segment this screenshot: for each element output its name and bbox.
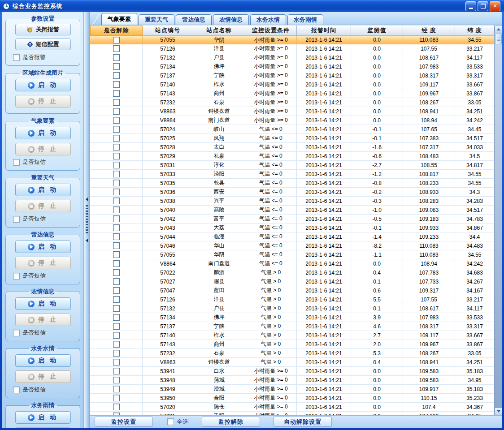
scroll-down-button[interactable] — [495, 408, 502, 415]
release-checkbox[interactable] — [113, 45, 120, 52]
release-checkbox[interactable] — [113, 180, 120, 186]
release-checkbox[interactable] — [113, 386, 120, 392]
sms-config-button[interactable]: 短信配置 — [15, 39, 71, 50]
table-row[interactable]: 57132户县小时雨量 >= 02013-1-6 14:210.0108.617… — [90, 53, 495, 62]
start-button-water-rain[interactable]: 启 动 — [15, 411, 71, 424]
column-header[interactable]: 经 度 — [403, 26, 455, 35]
table-row[interactable]: 57040高陵气温 <= 02013-1-6 14:21-1.0109.0833… — [90, 206, 495, 215]
column-header[interactable]: 监控设置条件 — [245, 26, 297, 35]
release-checkbox[interactable] — [113, 144, 120, 150]
table-row[interactable]: 53941白水小时雨量 >= 02013-1-6 14:210.0109.583… — [90, 367, 495, 376]
table-row[interactable]: 57024岐山气温 <= 02013-1-6 14:21-0.1107.6534… — [90, 125, 495, 134]
auto-release-setting-button[interactable]: 自动解除设置 — [274, 417, 332, 427]
table-row[interactable]: 57232石泉气温 > 02013-1-6 14:215.3108.26733.… — [90, 349, 495, 358]
table-row[interactable]: 57140柞水小时雨量 >= 02013-1-6 14:210.0109.117… — [90, 80, 495, 89]
sidebar-splitter[interactable] — [83, 12, 90, 428]
stop-button-weather-elements[interactable]: 停 止 — [15, 143, 71, 155]
scroll-up-button[interactable] — [495, 26, 502, 33]
table-row[interactable]: 57134佛坪气温 > 02013-1-6 14:213.9107.98333.… — [90, 313, 495, 322]
release-checkbox[interactable] — [113, 63, 120, 70]
stop-button-water-rain[interactable]: 停 止 — [15, 427, 71, 428]
table-row[interactable]: 57044临潼气温 <= 02013-1-6 14:21-1.4109.2333… — [90, 232, 495, 241]
table-row[interactable]: 57036西安气温 <= 02013-1-6 14:21-0.2108.9333… — [90, 188, 495, 197]
release-checkbox[interactable] — [113, 269, 120, 276]
release-checkbox[interactable] — [113, 90, 120, 97]
release-checkbox[interactable] — [113, 171, 120, 177]
release-checkbox[interactable] — [113, 251, 120, 258]
monitor-setting-button[interactable]: 监控设置 — [95, 417, 153, 427]
vertical-scrollbar[interactable] — [494, 26, 502, 415]
minimize-button[interactable] — [465, 1, 476, 11]
table-row[interactable]: 53950合阳小时雨量 >= 02013-1-6 14:210.0110.153… — [90, 394, 495, 403]
release-checkbox[interactable] — [113, 359, 120, 366]
release-checkbox[interactable] — [113, 126, 120, 133]
table-rows-viewport[interactable]: 57055华阴小时雨量 >= 02013-1-6 14:210.0110.083… — [90, 35, 495, 415]
table-row[interactable]: 57140柞水气温 > 02013-1-6 14:212.7109.11733.… — [90, 331, 495, 340]
stop-button-radar-info[interactable]: 停 止 — [15, 257, 71, 269]
release-checkbox[interactable] — [113, 206, 120, 213]
monitor-release-button[interactable]: 监控解除 — [202, 417, 260, 427]
start-button-severe-weather[interactable]: 启 动 — [15, 184, 71, 196]
params-sms-checkbox[interactable] — [13, 54, 20, 61]
release-checkbox[interactable] — [113, 81, 120, 88]
release-checkbox[interactable] — [113, 341, 120, 348]
release-checkbox[interactable] — [113, 117, 120, 124]
tab-water-level[interactable]: 水务水情 — [250, 14, 286, 25]
start-button-agriculture-info[interactable]: 启 动 — [15, 297, 71, 310]
table-row[interactable]: 57031淳化气温 <= 02013-1-6 14:21-2.7108.5534… — [90, 161, 495, 170]
table-row[interactable]: 57038兴平气温 <= 02013-1-6 14:21-0.3108.2833… — [90, 197, 495, 206]
release-checkbox[interactable] — [113, 37, 120, 43]
release-checkbox[interactable] — [113, 404, 120, 410]
water-level-sms-checkbox[interactable] — [13, 387, 20, 393]
table-row[interactable]: 57027眉县气温 > 02013-1-6 14:210.1107.73334.… — [90, 277, 495, 286]
start-button-weather-elements[interactable]: 启 动 — [15, 127, 71, 139]
table-row[interactable]: 57028太白气温 <= 02013-1-6 14:21-1.6107.3173… — [90, 143, 495, 152]
tab-radar-info[interactable]: 雷达信息 — [176, 14, 212, 25]
collapse-left-icon[interactable] — [86, 198, 88, 201]
table-row[interactable]: 57020陈仓小时雨量 >= 02013-1-6 14:210.0107.434… — [90, 403, 495, 412]
release-checkbox[interactable] — [113, 135, 120, 142]
release-checkbox[interactable] — [113, 99, 120, 106]
column-header[interactable]: 站点名称 — [193, 26, 245, 35]
start-button-radar-info[interactable]: 启 动 — [15, 241, 71, 253]
release-checkbox[interactable] — [113, 189, 120, 195]
table-row[interactable]: 53948蒲城小时雨量 >= 02013-1-6 14:210.0109.583… — [90, 376, 495, 385]
table-row[interactable]: 57143商州小时雨量 >= 02013-1-6 14:210.0109.967… — [90, 89, 495, 98]
agriculture-info-sms-checkbox[interactable] — [13, 330, 20, 336]
release-checkbox[interactable] — [113, 395, 120, 401]
scrollbar-track[interactable] — [495, 45, 502, 408]
table-row[interactable]: 57055华阴气温 <= 02013-1-6 14:21-1.1110.0833… — [90, 250, 495, 259]
release-checkbox[interactable] — [113, 54, 120, 61]
release-checkbox[interactable] — [113, 368, 120, 374]
select-all-checkbox[interactable] — [167, 418, 174, 425]
release-checkbox[interactable] — [113, 377, 120, 383]
tab-weather-elements[interactable]: 气象要素 — [101, 13, 137, 25]
release-checkbox[interactable] — [113, 332, 120, 339]
table-row[interactable]: 57232石泉小时雨量 >= 02013-1-6 14:210.0108.267… — [90, 98, 495, 107]
release-checkbox[interactable] — [113, 233, 120, 240]
table-row[interactable]: 57046华山气温 <= 02013-1-6 14:21-8.2110.0833… — [90, 241, 495, 250]
release-checkbox[interactable] — [113, 314, 120, 321]
table-row[interactable]: 57042富平气温 <= 02013-1-6 14:21-0.5109.1833… — [90, 215, 495, 224]
start-button-water-level[interactable]: 启 动 — [15, 354, 71, 367]
table-row[interactable]: 57043大荔气温 <= 02013-1-6 14:21-0.1109.9333… — [90, 224, 495, 232]
radar-info-sms-checkbox[interactable] — [13, 273, 20, 280]
table-row[interactable]: V8864南门盘道气温 <= 02013-1-6 14:210.0108.943… — [90, 259, 495, 268]
release-checkbox[interactable] — [113, 215, 120, 222]
scrollbar-thumb[interactable] — [495, 34, 502, 44]
close-alarm-button[interactable]: 关闭报警 — [15, 24, 71, 35]
tab-water-rain[interactable]: 水务雨情 — [287, 14, 323, 25]
stop-button-region-image[interactable]: 停 止 — [15, 95, 71, 108]
stop-button-water-level[interactable]: 停 止 — [15, 370, 71, 383]
table-row[interactable]: 57035乾县气温 <= 02013-1-6 14:21-0.8108.2333… — [90, 179, 495, 188]
splitter-grip[interactable] — [86, 205, 88, 235]
table-row[interactable]: 57055华阴小时雨量 >= 02013-1-6 14:210.0110.083… — [90, 35, 495, 44]
stop-button-agriculture-info[interactable]: 停 止 — [15, 314, 71, 326]
table-row[interactable]: 57033泾阳气温 <= 02013-1-6 14:21-1.2108.8173… — [90, 170, 495, 179]
table-row[interactable]: 53949澄城小时雨量 >= 02013-1-6 14:210.0109.917… — [90, 385, 495, 394]
release-checkbox[interactable] — [113, 224, 120, 231]
column-header[interactable]: 报警时间 — [297, 26, 351, 35]
release-checkbox[interactable] — [113, 260, 120, 267]
table-row[interactable]: 57143商州气温 > 02013-1-6 14:212.0109.96733.… — [90, 340, 495, 349]
table-row[interactable]: 57126洋县气温 > 02013-1-6 14:215.5107.5533.2… — [90, 295, 495, 304]
